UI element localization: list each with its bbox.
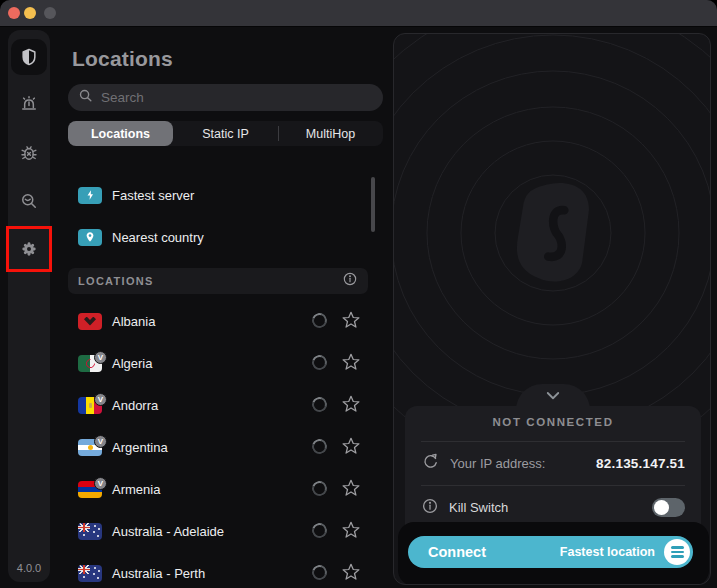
latency-indicator	[310, 311, 330, 331]
sidebar-item-vpn[interactable]	[8, 47, 50, 67]
favorite-star-icon[interactable]	[341, 562, 361, 586]
list-item-nearest-country[interactable]: Nearest country	[68, 216, 368, 258]
favorite-star-icon[interactable]	[341, 310, 361, 334]
page-title: Locations	[72, 47, 173, 71]
shield-icon	[19, 47, 39, 67]
country-row-armenia[interactable]: V Armenia	[68, 468, 368, 510]
hamburger-icon	[671, 546, 684, 549]
latency-indicator	[310, 521, 330, 541]
kill-switch-toggle[interactable]	[652, 498, 685, 517]
list-scrollbar[interactable]	[371, 177, 375, 232]
connect-target-label: Fastest location	[560, 545, 655, 559]
tab-static-ip[interactable]: Static IP	[173, 121, 278, 146]
flag-algeria: V	[78, 355, 102, 372]
ip-address-value: 82.135.147.51	[596, 456, 685, 471]
gear-icon	[19, 239, 39, 259]
favorite-star-icon[interactable]	[341, 478, 361, 502]
country-name: Australia - Adelaide	[112, 524, 224, 539]
surfshark-window: 4.0.0 Locations Locations Static IP Mult…	[0, 0, 717, 588]
latency-indicator	[310, 437, 330, 457]
connect-button[interactable]: Connect Fastest location	[408, 536, 693, 568]
virtual-badge: V	[94, 477, 107, 490]
virtual-badge: V	[94, 351, 107, 364]
flag-armenia: V	[78, 481, 102, 498]
surfshark-logo	[510, 180, 596, 284]
siren-icon	[19, 95, 39, 115]
toggle-knob	[654, 500, 669, 515]
flag-australia: V	[78, 523, 102, 540]
latency-indicator	[310, 563, 330, 583]
latency-indicator	[310, 353, 330, 373]
location-tabs: Locations Static IP MultiHop	[68, 121, 383, 146]
search-eye-icon	[19, 191, 39, 211]
section-label: LOCATIONS	[78, 275, 154, 287]
country-row-albania[interactable]: V Albania	[68, 300, 368, 342]
minimize-button[interactable]	[24, 7, 36, 19]
lightning-icon	[78, 187, 102, 204]
list-item-label: Fastest server	[112, 188, 194, 203]
search-input[interactable]	[101, 90, 373, 105]
title-bar	[0, 0, 717, 27]
country-row-andorra[interactable]: V Andorra	[68, 384, 368, 426]
sidebar-item-antivirus[interactable]	[8, 143, 50, 163]
flag-andorra: V	[78, 397, 102, 414]
ip-address-label: Your IP address:	[450, 456, 545, 471]
tab-divider	[278, 126, 279, 141]
favorite-star-icon[interactable]	[341, 436, 361, 460]
country-row-australia-perth[interactable]: V Australia - Perth	[68, 552, 368, 588]
location-pin-icon	[78, 229, 102, 246]
country-row-argentina[interactable]: V Argentina	[68, 426, 368, 468]
tab-locations[interactable]: Locations	[68, 121, 173, 146]
favorite-star-icon[interactable]	[341, 352, 361, 376]
favorite-star-icon[interactable]	[341, 394, 361, 418]
flag-albania: V	[78, 313, 102, 330]
sidebar-item-search[interactable]	[8, 191, 50, 211]
favorite-star-icon[interactable]	[341, 520, 361, 544]
country-row-australia-adelaide[interactable]: V Australia - Adelaide	[68, 510, 368, 552]
zoom-button-disabled	[44, 7, 56, 19]
connect-label: Connect	[428, 544, 486, 560]
bug-icon	[19, 143, 39, 163]
latency-indicator	[310, 479, 330, 499]
info-icon[interactable]	[421, 497, 439, 519]
country-name: Albania	[112, 314, 155, 329]
location-menu-button[interactable]	[664, 539, 690, 565]
flag-australia: V	[78, 565, 102, 582]
connection-panel: NOT CONNECTED Your IP address: 82.135.14…	[393, 33, 711, 585]
connection-status: NOT CONNECTED	[405, 406, 701, 428]
country-name: Armenia	[112, 482, 160, 497]
virtual-badge: V	[94, 393, 107, 406]
app-version: 4.0.0	[8, 562, 50, 574]
kill-switch-label: Kill Switch	[449, 500, 508, 515]
ip-address-row: Your IP address: 82.135.147.51	[421, 442, 685, 485]
country-name: Australia - Perth	[112, 566, 205, 581]
search-icon	[78, 88, 93, 107]
locations-section-header: LOCATIONS	[68, 268, 368, 294]
virtual-badge: V	[94, 435, 107, 448]
connect-card: Connect Fastest location	[398, 522, 709, 585]
country-row-algeria[interactable]: V Algeria	[68, 342, 368, 384]
chevron-down-icon	[544, 390, 562, 402]
latency-indicator	[310, 395, 330, 415]
search-bar[interactable]	[68, 84, 383, 111]
country-name: Argentina	[112, 440, 168, 455]
flag-argentina: V	[78, 439, 102, 456]
sidebar-item-alert[interactable]	[8, 95, 50, 115]
refresh-ip-icon[interactable]	[421, 452, 440, 475]
sidebar-item-settings[interactable]	[8, 239, 50, 259]
sidebar: 4.0.0	[8, 30, 50, 582]
country-name: Andorra	[112, 398, 158, 413]
list-item-label: Nearest country	[112, 230, 204, 245]
info-icon[interactable]	[342, 271, 358, 291]
close-button[interactable]	[8, 7, 20, 19]
country-name: Algeria	[112, 356, 152, 371]
list-item-fastest-server[interactable]: Fastest server	[68, 174, 368, 216]
status-card: NOT CONNECTED Your IP address: 82.135.14…	[405, 406, 701, 540]
tab-multihop[interactable]: MultiHop	[278, 121, 383, 146]
